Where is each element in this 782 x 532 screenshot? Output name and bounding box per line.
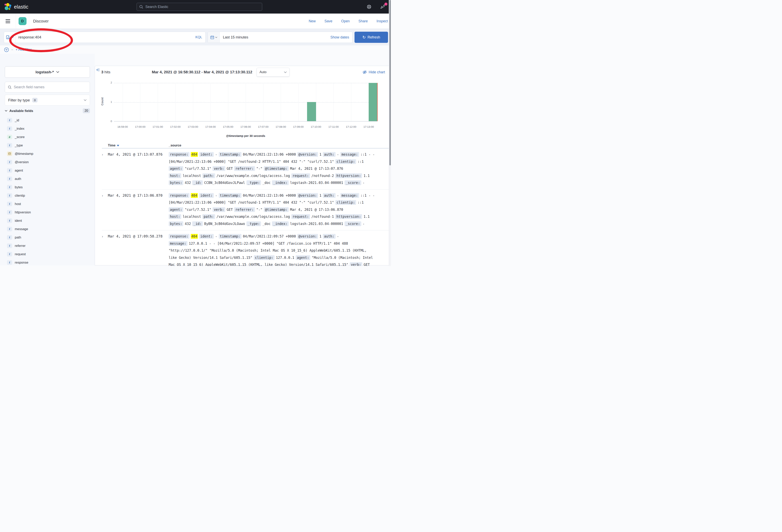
field-item-agent[interactable]: tagent (5, 166, 90, 175)
field-value: 127.0.0.1 (276, 256, 294, 260)
field-value: /notfound-2 (312, 174, 334, 178)
field-search-placeholder: Search field names (14, 85, 44, 89)
field-item-response[interactable]: tresponse (5, 258, 90, 266)
field-value: 432 (185, 181, 191, 185)
help-icon[interactable] (367, 4, 371, 9)
scrollbar-thumb[interactable] (389, 0, 391, 165)
saved-query-icon (6, 35, 10, 39)
field-item-_id[interactable]: t_id (5, 116, 90, 124)
filter-icon[interactable] (4, 47, 9, 52)
field-name-badge: message: (169, 241, 187, 246)
field-name-badge: _type: (246, 221, 261, 226)
chevron-down-icon (11, 36, 14, 38)
nav-action-inspect[interactable]: Inspect (377, 19, 388, 23)
histogram-bar[interactable] (369, 83, 378, 121)
expand-row-icon[interactable]: › (102, 151, 108, 187)
refresh-button[interactable]: ↻ Refresh (355, 32, 388, 43)
query-text[interactable]: response:404 (15, 35, 192, 39)
field-value: - (215, 152, 217, 156)
field-item-request[interactable]: trequest (5, 250, 90, 258)
field-name-badge: response: (169, 234, 189, 239)
index-pattern-select[interactable]: logstash-* (5, 66, 90, 78)
field-item-_type[interactable]: t_type (5, 141, 90, 149)
vertical-gridline (122, 83, 123, 121)
field-item-referrer[interactable]: treferrer (5, 241, 90, 250)
available-fields-header[interactable]: Available fields 20 (5, 108, 90, 113)
field-name-badge: bytes: (169, 180, 183, 185)
query-input[interactable]: response:404 KQL (4, 32, 206, 43)
nav-action-open[interactable]: Open (341, 19, 350, 23)
x-tick-label: 17:04:00 (205, 125, 216, 128)
field-name: @timestamp (15, 152, 33, 156)
field-name-badge: verb: (350, 262, 362, 266)
x-tick-label: 17:06:00 (241, 125, 251, 128)
field-value: - (337, 193, 339, 197)
filter-by-type-select[interactable]: Filter by type 0 (5, 94, 90, 106)
x-tick-label: 17:10:00 (311, 125, 321, 128)
field-name-badge: _index: (272, 221, 289, 226)
field-value: "Mozilla/5.0 (Macintosh; Intel (312, 256, 373, 260)
global-search-input[interactable]: Search Elastic (137, 3, 262, 11)
field-item-@timestamp[interactable]: @timestamp (5, 149, 90, 158)
field-search-input[interactable]: Search field names (5, 82, 90, 93)
field-item-clientip[interactable]: tclientip (5, 191, 90, 200)
nav-action-share[interactable]: Share (358, 19, 368, 23)
field-item-host[interactable]: thost (5, 200, 90, 208)
saved-query-menu-button[interactable] (4, 32, 15, 43)
x-tick-label: 17:02:00 (170, 125, 181, 128)
field-value: logstash-2021.03.04-000001 (290, 181, 343, 185)
doc-time-cell: Mar 4, 2021 @ 17:09:58.278 (108, 233, 163, 266)
field-name-badge: @version: (297, 234, 318, 239)
query-language-button[interactable]: KQL (192, 35, 205, 39)
collapse-sidebar-icon[interactable] (96, 68, 100, 72)
nav-action-save[interactable]: Save (324, 19, 332, 23)
x-tick-label: 17:03:00 (188, 125, 198, 128)
doc-table-row: ›Mar 4, 2021 @ 17:13:07.876response:404i… (102, 148, 391, 189)
quick-select-button[interactable] (208, 32, 220, 43)
field-value: /var/www/example.com/logs/access.log (217, 174, 290, 178)
field-name-badge: ident: (199, 234, 214, 239)
field-name-badge: response: (169, 152, 189, 157)
space-avatar[interactable]: D (19, 17, 27, 25)
x-tick-label: 17:01:00 (152, 125, 163, 128)
add-filter-button[interactable]: + Add filter (15, 48, 32, 51)
string-type-icon: t (7, 193, 12, 198)
field-item-@version[interactable]: t@version (5, 158, 90, 166)
page-title: Discover (29, 19, 49, 24)
field-name-badge: @version: (297, 193, 318, 198)
type-filter-count-badge: 0 (32, 98, 37, 103)
field-item-ident[interactable]: tident (5, 216, 90, 225)
expand-row-icon[interactable]: › (102, 233, 108, 266)
hide-chart-button[interactable]: Hide chart (362, 70, 385, 74)
expand-row-icon[interactable]: › (102, 192, 108, 228)
field-value: localhost (183, 215, 201, 219)
time-column-header[interactable]: Time (108, 144, 163, 147)
field-item-httpversion[interactable]: thttpversion (5, 208, 90, 216)
x-tick-label: 16:59:00 (117, 125, 128, 128)
show-dates-button[interactable]: Show dates (330, 35, 352, 39)
filter-bar: – + Add filter (0, 45, 391, 54)
table-header-row: Time _source (102, 143, 391, 148)
field-name-badge: auth: (323, 234, 335, 239)
vertical-gridline (351, 83, 351, 121)
field-item-path[interactable]: tpath (5, 233, 90, 241)
newsfeed-icon[interactable] (380, 4, 385, 9)
field-item-message[interactable]: tmessage (5, 225, 90, 233)
menu-icon[interactable] (0, 13, 16, 29)
string-type-icon: t (7, 118, 12, 122)
vertical-gridline (263, 83, 263, 121)
field-item-_index[interactable]: t_index (5, 124, 90, 133)
elastic-logo[interactable]: elastic (0, 3, 46, 10)
date-type-icon (7, 151, 12, 156)
histogram-bar[interactable] (307, 102, 316, 121)
field-item-bytes[interactable]: tbytes (5, 183, 90, 191)
time-range-button[interactable]: Last 15 minutes (220, 35, 330, 39)
field-value: - (363, 222, 365, 226)
nav-action-new[interactable]: New (309, 19, 316, 23)
histogram-chart: Count 012 16:59:0017:00:0017:01:0017:02:… (95, 78, 391, 143)
field-item-auth[interactable]: tauth (5, 175, 90, 183)
interval-select[interactable]: Auto (257, 68, 289, 77)
field-item-_score[interactable]: #_score (5, 133, 90, 141)
field-name: _id (15, 118, 19, 122)
field-name-badge: clientip: (335, 200, 356, 205)
